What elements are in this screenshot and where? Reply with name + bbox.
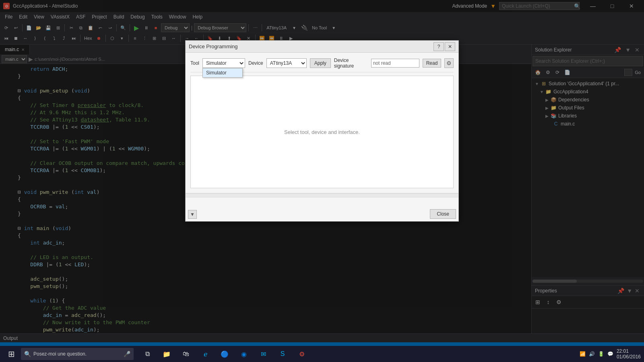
taskbar: ⊞ 🔍 Posez-moi une question. 🎤 ⧉ 📁 🛍 ℯ 🔵 … — [0, 346, 644, 362]
store-icon: 🛍 — [183, 350, 189, 358]
modal-footer: ▼ Close — [186, 197, 458, 221]
modal-body: Select tool, device and interface. — [190, 76, 454, 188]
date: 01/06/2016 — [617, 354, 641, 360]
chrome-icon: 🔵 — [221, 350, 229, 358]
notification-icon: 💬 — [607, 351, 613, 357]
messenger-icon: ✉ — [261, 350, 266, 358]
device-select[interactable]: ATtiny13A ATtiny25 ATtiny45 ATtiny85 — [266, 58, 307, 68]
apply-button[interactable]: Apply — [310, 58, 331, 68]
skype-icon: S — [281, 350, 285, 358]
outlook-icon: ◉ — [241, 350, 247, 358]
settings-button[interactable]: ⚙ — [444, 58, 454, 68]
taskbar-app-messenger[interactable]: ✉ — [254, 347, 272, 361]
modal-title-bar: Device Programming ? ✕ — [186, 41, 458, 53]
modal-content: Tool Simulator JTAGICE3 JTAGICE mkII AVR… — [186, 53, 458, 193]
modal-title-text: Device Programming — [189, 43, 430, 49]
clock: 22:01 01/06/2016 — [617, 348, 641, 360]
modal-overlay: Device Programming ? ✕ Tool Simulator JT… — [0, 0, 644, 346]
tool-dropdown-container: Simulator JTAGICE3 JTAGICE mkII AVR ONE … — [202, 58, 245, 68]
taskbar-app-multitasking[interactable]: ⧉ — [138, 347, 156, 361]
close-button[interactable]: Close — [430, 209, 456, 219]
battery-icon: 🔋 — [598, 351, 604, 357]
taskbar-app-atmel[interactable]: ⚙ — [293, 347, 311, 361]
device-signature-label: Device signature — [334, 58, 368, 69]
taskbar-app-outlook[interactable]: ◉ — [235, 347, 253, 361]
tool-dropdown-open: Simulator — [202, 68, 243, 78]
taskbar-apps: ⧉ 📁 🛍 ℯ 🔵 ◉ ✉ S ⚙ — [138, 347, 311, 361]
tool-option-simulator[interactable]: Simulator — [203, 68, 242, 77]
microphone-icon: 🎤 — [124, 351, 130, 357]
taskbar-search-text: Posez-moi une question. — [33, 351, 87, 357]
taskbar-right: 📶 🔊 🔋 💬 22:01 01/06/2016 — [580, 348, 641, 360]
search-icon: 🔍 — [24, 351, 31, 357]
time: 22:01 — [617, 348, 641, 354]
modal-close-x-button[interactable]: ✕ — [445, 42, 455, 51]
modal-help-button[interactable]: ? — [433, 42, 444, 51]
taskbar-app-explorer[interactable]: 📁 — [158, 347, 175, 361]
taskbar-app-ie[interactable]: ℯ — [196, 347, 214, 361]
taskbar-search[interactable]: 🔍 Posez-moi une question. 🎤 — [21, 348, 134, 360]
device-signature-input[interactable] — [371, 59, 419, 68]
read-button[interactable]: Read — [423, 59, 442, 68]
tool-label: Tool — [190, 60, 199, 66]
start-button[interactable]: ⊞ — [3, 347, 19, 361]
tool-select[interactable]: Simulator JTAGICE3 JTAGICE mkII AVR ONE — [202, 58, 245, 68]
device-programming-dialog: Device Programming ? ✕ Tool Simulator JT… — [185, 40, 459, 222]
taskbar-app-skype[interactable]: S — [274, 347, 291, 361]
ie-icon: ℯ — [204, 350, 207, 358]
windows-icon: ⊞ — [8, 349, 15, 359]
modal-body-text: Select tool, device and interface. — [284, 129, 360, 135]
taskbar-app-chrome[interactable]: 🔵 — [216, 347, 233, 361]
modal-bottom-arrow-button[interactable]: ▼ — [188, 210, 197, 219]
modal-title-buttons: ? ✕ — [433, 42, 455, 51]
modal-divider — [186, 193, 458, 197]
multitasking-icon: ⧉ — [145, 350, 150, 358]
modal-toolbar: Tool Simulator JTAGICE3 JTAGICE mkII AVR… — [190, 58, 454, 72]
explorer-icon: 📁 — [163, 350, 171, 358]
atmel-icon: ⚙ — [299, 350, 305, 358]
taskbar-app-store[interactable]: 🛍 — [177, 347, 195, 361]
network-icon: 📶 — [580, 351, 586, 357]
volume-icon: 🔊 — [589, 351, 595, 357]
device-label: Device — [248, 60, 263, 66]
